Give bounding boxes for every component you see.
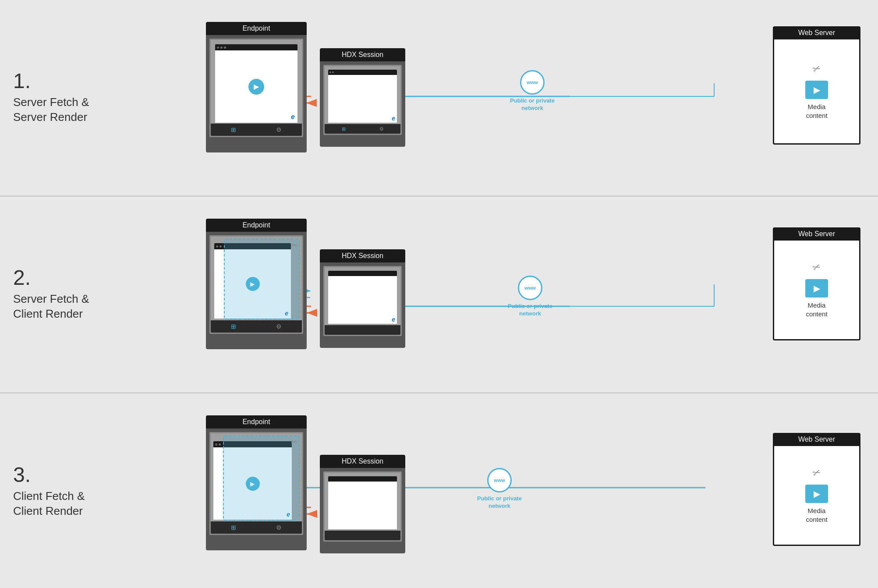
webserver-box-1: Web Server ✂ ▶ Mediacontent	[773, 26, 860, 149]
endpoint-box-1: Endpoint ▶ e	[206, 22, 307, 158]
section-3: 3. Client Fetch &Client Render HDX	[0, 393, 878, 588]
section-2-title: Server Fetch &Client Render	[13, 292, 110, 322]
hdx-session-label-3: HDX Session	[320, 455, 405, 468]
endpoint-box-3: Endpoint ✂ ▶ e	[206, 415, 307, 556]
media-label-2: Mediacontent	[806, 301, 827, 318]
network-label-3: Public or privatenetwork	[464, 495, 535, 510]
media-label-3: Mediacontent	[806, 507, 827, 524]
section-1-diagram: HDX Endpoint	[110, 9, 865, 187]
section-3-number: 3.	[13, 464, 110, 485]
network-globe-1: www Public or privatenetwork	[504, 70, 561, 112]
network-label-2: Public or privatenetwork	[499, 303, 561, 318]
section-2: 2. Server Fetch &Client Render	[0, 197, 878, 393]
network-globe-3: www Public or privatenetwork	[464, 468, 535, 510]
media-label-1: Mediacontent	[806, 103, 827, 120]
webserver-box-2: Web Server ✂ ▶ Mediacontent	[773, 227, 860, 346]
section-1-title: Server Fetch &Server Render	[13, 95, 110, 125]
network-label-1: Public or privatenetwork	[504, 97, 561, 112]
hdx-session-box-1: HDX Session e ⊞ ⚙	[320, 48, 405, 153]
hdx-session-label-1: HDX Session	[320, 48, 405, 61]
section-2-number: 2.	[13, 267, 110, 288]
network-globe-2: www Public or privatenetwork	[499, 276, 561, 318]
section-3-diagram: HDX Endpoint ✂	[110, 402, 865, 581]
endpoint-box-2: Endpoint ✂ ▶ e	[206, 219, 307, 354]
section-3-title: Client Fetch &Client Render	[13, 489, 110, 519]
section-1: 1. Server Fetch &Server Render	[0, 0, 878, 196]
endpoint-label-1: Endpoint	[206, 22, 307, 35]
section-1-label: 1. Server Fetch &Server Render	[13, 71, 110, 125]
webserver-box-3: Web Server ✂ ▶ Mediacontent	[773, 433, 860, 551]
section-2-diagram: HDX Endpoint ✂	[110, 205, 865, 383]
section-2-label: 2. Server Fetch &Client Render	[13, 267, 110, 322]
section-3-label: 3. Client Fetch &Client Render	[13, 464, 110, 519]
webserver-label-1: Web Server	[773, 26, 860, 39]
endpoint-label-3: Endpoint	[206, 415, 307, 429]
hdx-session-label-2: HDX Session	[320, 249, 405, 262]
webserver-label-2: Web Server	[773, 227, 860, 241]
endpoint-label-2: Endpoint	[206, 219, 307, 232]
hdx-session-box-2: HDX Session e	[320, 249, 405, 354]
section-1-number: 1.	[13, 71, 110, 92]
webserver-label-3: Web Server	[773, 433, 860, 446]
hdx-session-box-3: HDX Session	[320, 455, 405, 560]
